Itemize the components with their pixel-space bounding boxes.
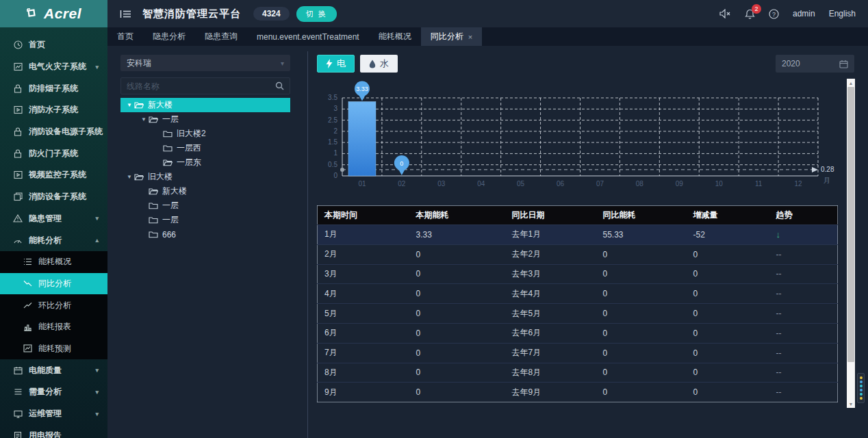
table-cell: 3.33 — [409, 225, 505, 245]
table-row[interactable]: 3月0去年3月00-- — [318, 264, 838, 284]
table-cell: 去年9月 — [505, 383, 596, 402]
sidebar: 首页电气火灾子系统▾防排烟子系统消防水子系统消防设备电源子系统防火门子系统视频监… — [0, 27, 107, 438]
tree-node-2[interactable]: 旧大楼2 — [120, 127, 290, 141]
sidebar-item-sub-14[interactable]: 能耗预测 — [0, 338, 107, 360]
sidebar-item-0[interactable]: 首页 — [0, 34, 107, 56]
tree-node-1[interactable]: ▼一层 — [120, 112, 290, 127]
table-header-5: 趋势 — [769, 206, 838, 225]
sidebar-item-16[interactable]: 需量分析▾ — [0, 381, 107, 403]
table-cell: 0 — [687, 244, 769, 264]
expander-caret-icon[interactable]: ▼ — [139, 116, 149, 123]
tree-node-8[interactable]: 一层 — [120, 213, 290, 227]
search-icon[interactable] — [275, 81, 284, 90]
sidebar-item-3[interactable]: 消防水子系统 — [0, 99, 107, 121]
tab-2[interactable]: 隐患查询 — [195, 27, 247, 46]
table-cell: 0 — [596, 264, 687, 284]
user-menu[interactable]: admin — [793, 9, 815, 18]
tab-bar: 首页隐患分析隐患查询menu.event.eventTreatment能耗概况同… — [107, 27, 868, 46]
table-row[interactable]: 6月0去年6月00-- — [318, 323, 838, 343]
folder-open-icon — [149, 116, 158, 123]
expander-caret-icon[interactable]: ▼ — [125, 102, 134, 108]
svg-text:2: 2 — [333, 127, 337, 135]
sidebar-item-sub-11[interactable]: 同比分析 — [0, 273, 107, 295]
tab-3[interactable]: menu.event.eventTreatment — [247, 27, 369, 46]
trend-flat-label: -- — [776, 348, 782, 358]
table-cell: 1月 — [318, 225, 409, 245]
language-switch[interactable]: English — [829, 9, 856, 18]
lock-icon — [13, 127, 23, 136]
expander-caret-icon[interactable]: ▼ — [125, 174, 134, 180]
tree-node-6[interactable]: 新大楼 — [120, 184, 290, 198]
sidebar-item-18[interactable]: 用电报告 — [0, 424, 107, 438]
panel-scrollbar[interactable]: ▲ ▼ — [847, 79, 855, 408]
sidebar-item-7[interactable]: 消防设备子系统 — [0, 186, 107, 208]
sidebar-item-sub-10[interactable]: 能耗概况 — [0, 251, 107, 273]
tab-0[interactable]: 首页 — [107, 27, 143, 46]
sidebar-item-label: 同比分析 — [38, 278, 71, 289]
tab-label: 首页 — [117, 31, 133, 42]
table-row[interactable]: 4月0去年4月00-- — [318, 284, 838, 304]
switch-button[interactable]: 切 换 — [296, 6, 337, 22]
tab-1[interactable]: 隐患分析 — [143, 27, 195, 46]
table-cell: 0 — [687, 323, 769, 343]
svg-text:09: 09 — [676, 180, 684, 188]
sidebar-item-label: 视频监控子系统 — [29, 169, 86, 181]
scroll-up-icon[interactable]: ▲ — [847, 79, 855, 87]
chevron-down-icon: ▾ — [95, 389, 99, 396]
year-picker[interactable]: 2020 — [776, 55, 854, 73]
svg-text:0: 0 — [400, 160, 403, 167]
tree-node-label: 一层西 — [177, 142, 201, 154]
table-row[interactable]: 2月0去年2月00-- — [318, 244, 838, 264]
table-row[interactable]: 8月0去年8月00-- — [318, 363, 838, 383]
notification-count-badge: 2 — [752, 4, 761, 14]
folder-closed-icon — [149, 231, 158, 238]
svg-text:3.33: 3.33 — [356, 86, 368, 92]
electric-tab-button[interactable]: 电 — [317, 55, 355, 73]
tree-node-4[interactable]: 一层东 — [120, 155, 290, 170]
sidebar-item-2[interactable]: 防排烟子系统 — [0, 77, 107, 99]
tree-node-7[interactable]: 一层 — [120, 198, 290, 213]
table-row[interactable]: 9月0去年9月00-- — [318, 383, 838, 402]
sidebar-item-4[interactable]: 消防设备电源子系统 — [0, 121, 107, 143]
svg-text:1.5: 1.5 — [328, 138, 337, 146]
sidebar-item-17[interactable]: 运维管理▾ — [0, 403, 107, 425]
sidebar-item-label: 能耗分析 — [29, 235, 62, 246]
sidebar-item-sub-12[interactable]: 环比分析 — [0, 294, 107, 316]
table-cell: -- — [769, 323, 838, 343]
scroll-down-icon[interactable]: ▼ — [847, 400, 855, 408]
speaker-icon[interactable] — [719, 9, 731, 18]
table-header-0: 本期时间 — [318, 206, 409, 225]
line-search-input[interactable] — [127, 81, 275, 91]
tree-node-0[interactable]: ▼新大楼 — [120, 98, 290, 112]
collapse-menu-icon[interactable] — [120, 9, 131, 19]
close-tab-icon[interactable]: × — [468, 33, 472, 41]
sidebar-item-15[interactable]: 电能质量▾ — [0, 359, 107, 381]
sidebar-item-9[interactable]: 能耗分析▴ — [0, 229, 107, 251]
scrollbar-thumb[interactable] — [847, 87, 854, 362]
sidebar-item-5[interactable]: 防火门子系统 — [0, 142, 107, 164]
water-tab-button[interactable]: 水 — [360, 55, 398, 73]
tree-node-3[interactable]: 一层西 — [120, 141, 290, 155]
help-icon[interactable]: ? — [769, 9, 779, 19]
table-cell: -- — [769, 264, 838, 284]
vertical-divider — [307, 51, 308, 438]
tree-node-9[interactable]: 666 — [120, 227, 290, 242]
trend-flat-label: -- — [776, 250, 782, 259]
table-row[interactable]: 7月0去年7月00-- — [318, 343, 838, 363]
header-actions: 2 ? admin English — [719, 9, 868, 19]
table-row[interactable]: 5月0去年5月00-- — [318, 304, 838, 324]
chevron-down-icon: ▾ — [95, 64, 99, 70]
table-row[interactable]: 1月3.33去年1月55.33-52↓ — [318, 225, 838, 245]
sidebar-item-label: 能耗报表 — [38, 321, 71, 333]
warning-icon — [13, 214, 23, 222]
sidebar-item-sub-13[interactable]: 能耗报表 — [0, 316, 107, 338]
tab-5[interactable]: 同比分析× — [421, 27, 482, 46]
table-cell: 0 — [687, 284, 769, 304]
company-select[interactable]: 安科瑞 ▾ — [120, 55, 290, 71]
tab-4[interactable]: 能耗概况 — [369, 27, 421, 46]
sidebar-item-8[interactable]: 隐患管理▾ — [0, 208, 107, 230]
sidebar-item-6[interactable]: 视频监控子系统 — [0, 164, 107, 186]
sidebar-item-1[interactable]: 电气火灾子系统▾ — [0, 56, 107, 78]
bell-icon[interactable]: 2 — [745, 9, 755, 19]
tree-node-5[interactable]: ▼旧大楼 — [120, 170, 290, 184]
